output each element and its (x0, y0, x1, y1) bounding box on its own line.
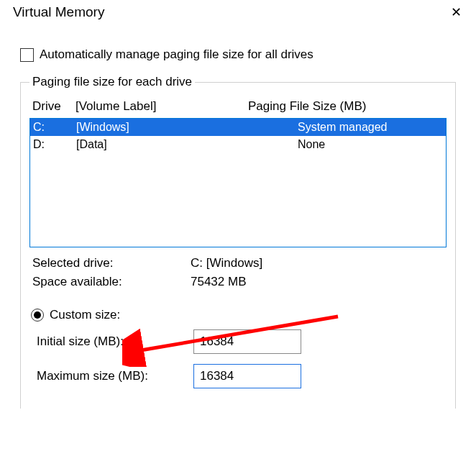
maximum-size-row: Maximum size (MB): (37, 364, 447, 388)
drive-list[interactable]: C: [Windows] System managed D: [Data] No… (29, 118, 447, 247)
row-pfs: None (298, 136, 443, 153)
header-volume: [Volume Label] (75, 99, 248, 114)
initial-size-row: Initial size (MB): (37, 329, 447, 354)
dialog-content: Automatically manage paging file size fo… (0, 26, 476, 409)
header-drive: Drive (32, 99, 75, 114)
drive-list-header: Drive [Volume Label] Paging File Size (M… (29, 95, 447, 118)
group-legend: Paging file size for each drive (29, 75, 195, 89)
auto-manage-row: Automatically manage paging file size fo… (20, 47, 456, 62)
maximum-size-label: Maximum size (MB): (37, 369, 193, 383)
close-icon[interactable]: ✕ (447, 6, 466, 19)
header-pfs: Paging File Size (MB) (248, 99, 447, 114)
row-pfs: System managed (298, 119, 443, 136)
selected-drive-label: Selected drive: (32, 256, 191, 270)
row-volume: [Data] (76, 136, 298, 153)
custom-size-radio[interactable] (31, 309, 44, 322)
drive-row-d[interactable]: D: [Data] None (30, 136, 446, 153)
auto-manage-label: Automatically manage paging file size fo… (40, 47, 313, 62)
initial-size-input[interactable] (193, 329, 301, 354)
selected-drive-value: C: [Windows] (191, 256, 447, 270)
auto-manage-checkbox[interactable] (20, 48, 34, 62)
titlebar: Virtual Memory ✕ (0, 0, 476, 26)
window-title: Virtual Memory (13, 4, 104, 20)
space-available-label: Space available: (32, 275, 191, 289)
initial-size-label: Initial size (MB): (37, 334, 193, 349)
maximum-size-input[interactable] (193, 364, 301, 388)
custom-size-row: Custom size: (31, 308, 447, 322)
row-drive: D: (33, 136, 76, 153)
custom-size-label: Custom size: (50, 308, 120, 322)
space-available-row: Space available: 75432 MB (29, 275, 447, 289)
selected-drive-row: Selected drive: C: [Windows] (29, 256, 447, 270)
row-volume: [Windows] (76, 119, 298, 136)
drive-row-c[interactable]: C: [Windows] System managed (30, 119, 446, 136)
space-available-value: 75432 MB (191, 275, 447, 289)
paging-file-group: Paging file size for each drive Drive [V… (20, 75, 456, 409)
row-drive: C: (33, 119, 76, 136)
